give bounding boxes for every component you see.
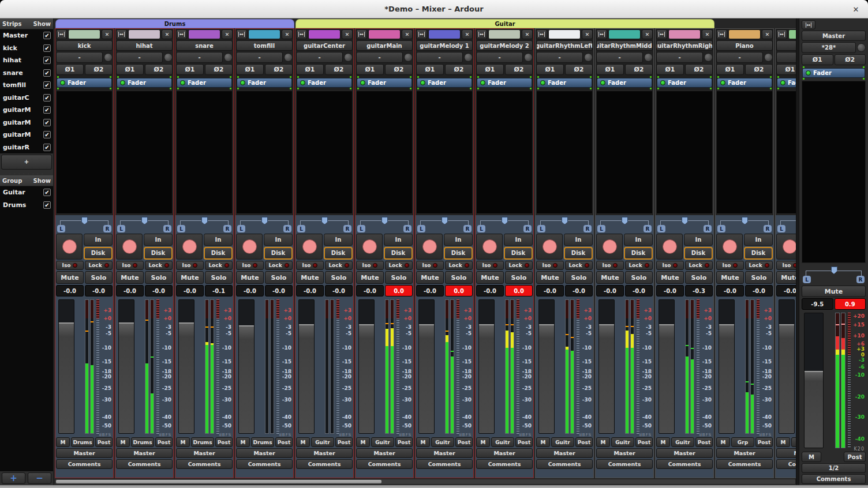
fader-processor[interactable]: Fader bbox=[357, 78, 412, 88]
add-group-button[interactable]: + bbox=[2, 472, 25, 484]
output-button[interactable]: Master bbox=[296, 448, 353, 458]
midi-button[interactable]: M bbox=[476, 437, 490, 447]
gain-display[interactable]: -0.0 bbox=[116, 285, 144, 296]
fader[interactable] bbox=[178, 299, 194, 434]
solo-isolate-button[interactable]: Iso bbox=[356, 261, 384, 270]
solo-button[interactable]: Solo bbox=[745, 271, 773, 284]
hide-strip-button[interactable]: ✕ bbox=[102, 29, 113, 39]
pan-control[interactable]: L R bbox=[176, 216, 233, 232]
processor-box[interactable] bbox=[716, 91, 773, 214]
hide-strip-button[interactable]: ✕ bbox=[582, 29, 593, 39]
meter-point-button[interactable]: Post bbox=[755, 437, 773, 447]
comments-button[interactable]: Comments bbox=[236, 459, 293, 469]
strip-name-button[interactable]: guitarMain bbox=[356, 40, 413, 51]
master-invert-phase-1-button[interactable]: Ø1 bbox=[802, 54, 833, 65]
strip-width-toggle-button[interactable]: ↔ bbox=[176, 29, 187, 39]
record-enable-button[interactable] bbox=[476, 234, 503, 260]
monitor-input-button[interactable]: In bbox=[744, 234, 773, 246]
peak-display[interactable]: -0.0 bbox=[325, 285, 353, 296]
record-enable-button[interactable] bbox=[56, 234, 83, 260]
monitor-disk-button[interactable]: Disk bbox=[744, 247, 773, 260]
meter-point-button[interactable]: Post bbox=[275, 437, 293, 447]
hide-strip-button[interactable]: ✕ bbox=[462, 29, 473, 39]
trim-control[interactable]: - bbox=[116, 52, 163, 63]
peak-display[interactable]: -0.3 bbox=[685, 285, 713, 296]
horizontal-scrollbar[interactable] bbox=[55, 479, 796, 485]
solo-isolate-button[interactable]: Iso bbox=[716, 261, 744, 270]
monitor-disk-button[interactable]: Disk bbox=[264, 247, 293, 260]
midi-button[interactable]: M bbox=[716, 437, 730, 447]
master-comments-button[interactable]: Comments bbox=[802, 474, 866, 484]
monitor-input-button[interactable]: In bbox=[624, 234, 653, 246]
invert-phase-1-button[interactable]: Ø1 bbox=[236, 64, 264, 75]
gain-display[interactable]: -0.0 bbox=[236, 285, 264, 296]
visibility-checkbox[interactable]: ✔ bbox=[43, 201, 51, 209]
comments-button[interactable]: Comments bbox=[176, 459, 233, 469]
trim-knob[interactable] bbox=[704, 53, 713, 62]
comments-button[interactable]: Comments bbox=[476, 459, 533, 469]
group-button[interactable]: Grp bbox=[791, 437, 796, 447]
visibility-checkbox[interactable]: ✔ bbox=[43, 119, 51, 126]
pan-control[interactable]: L R bbox=[236, 216, 293, 232]
strip-name-button[interactable]: guitarRhythmRight bbox=[656, 40, 713, 51]
strip-color-swatch[interactable] bbox=[128, 29, 160, 39]
processor-box[interactable] bbox=[356, 91, 413, 214]
strip-color-swatch[interactable] bbox=[788, 29, 796, 39]
solo-lock-button[interactable]: Lock bbox=[565, 261, 593, 270]
processor-active-led[interactable] bbox=[806, 70, 811, 76]
peak-display[interactable]: 0.0 bbox=[445, 285, 473, 296]
strip-color-swatch[interactable] bbox=[608, 29, 641, 39]
master-midi-button[interactable]: M bbox=[802, 452, 821, 462]
master-name-button[interactable]: Master bbox=[802, 31, 866, 41]
gain-display[interactable]: -0.0 bbox=[176, 285, 204, 296]
gain-display[interactable]: -0.0 bbox=[416, 285, 444, 296]
processor-box[interactable] bbox=[476, 91, 533, 214]
hide-strip-button[interactable]: ✕ bbox=[522, 29, 533, 39]
invert-phase-1-button[interactable]: Ø1 bbox=[656, 64, 684, 75]
pan-control[interactable]: L R bbox=[56, 216, 113, 232]
master-mute-button[interactable]: Mute bbox=[802, 286, 866, 297]
invert-phase-1-button[interactable]: Ø1 bbox=[356, 64, 384, 75]
fader[interactable] bbox=[418, 299, 435, 434]
peak-display[interactable]: -0.0 bbox=[625, 285, 653, 296]
fader[interactable] bbox=[719, 299, 735, 434]
fader-processor[interactable]: Fader bbox=[537, 78, 592, 88]
invert-phase-2-button[interactable]: Ø2 bbox=[625, 64, 653, 75]
comments-button[interactable]: Comments bbox=[656, 459, 713, 469]
visibility-checkbox[interactable]: ✔ bbox=[43, 57, 51, 64]
hide-strip-button[interactable]: ✕ bbox=[762, 29, 773, 39]
solo-isolate-button[interactable]: Iso bbox=[536, 261, 564, 270]
midi-button[interactable]: M bbox=[536, 437, 550, 447]
monitor-input-button[interactable]: In bbox=[684, 234, 713, 246]
processor-active-led[interactable] bbox=[240, 80, 245, 85]
record-enable-button[interactable] bbox=[356, 234, 383, 260]
invert-phase-1-button[interactable]: Ø1 bbox=[56, 64, 84, 75]
mute-button[interactable]: Mute bbox=[536, 271, 564, 284]
visibility-checkbox[interactable]: ✔ bbox=[43, 69, 51, 77]
comments-button[interactable]: Comments bbox=[356, 459, 413, 469]
invert-phase-1-button[interactable]: Ø1 bbox=[716, 64, 744, 75]
midi-button[interactable]: M bbox=[296, 437, 310, 447]
strip-name-button[interactable]: st bbox=[776, 40, 796, 51]
solo-lock-button[interactable]: Lock bbox=[685, 261, 713, 270]
strip-color-swatch[interactable] bbox=[548, 29, 581, 39]
invert-phase-2-button[interactable]: Ø2 bbox=[445, 64, 473, 75]
invert-phase-2-button[interactable]: Ø2 bbox=[685, 64, 713, 75]
output-button[interactable]: Master bbox=[596, 448, 653, 458]
output-button[interactable]: Master bbox=[56, 448, 113, 458]
trim-knob[interactable] bbox=[404, 53, 413, 62]
invert-phase-2-button[interactable]: Ø2 bbox=[385, 64, 413, 75]
fader[interactable] bbox=[598, 299, 615, 434]
trim-knob[interactable] bbox=[584, 53, 593, 62]
monitor-input-button[interactable]: In bbox=[144, 234, 173, 246]
record-enable-button[interactable] bbox=[176, 234, 203, 260]
peak-display[interactable]: -0.0 bbox=[85, 285, 113, 296]
meter-point-button[interactable]: Post bbox=[335, 437, 353, 447]
hide-strip-button[interactable]: ✕ bbox=[702, 29, 713, 39]
mute-button[interactable]: Mute bbox=[476, 271, 504, 284]
group-button[interactable]: Drums bbox=[191, 437, 214, 447]
fader-processor[interactable]: Fader bbox=[57, 78, 112, 88]
solo-button[interactable]: Solo bbox=[445, 271, 473, 284]
pan-control[interactable]: L R bbox=[416, 216, 473, 232]
trim-knob[interactable] bbox=[644, 53, 653, 62]
